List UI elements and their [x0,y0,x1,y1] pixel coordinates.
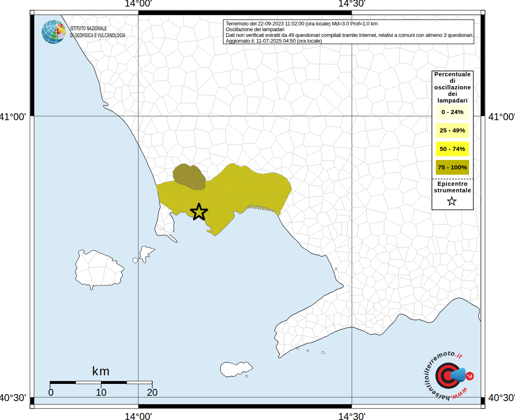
svg-text:40°30': 40°30' [488,393,515,403]
svg-text:ISTITUTO NAZIONALE: ISTITUTO NAZIONALE [70,25,107,32]
svg-text:Percentuale: Percentuale [435,71,471,78]
svg-text:41°00': 41°00' [0,112,26,122]
svg-text:lampadari: lampadari [437,97,468,104]
svg-text:25 - 49%: 25 - 49% [439,127,465,134]
svg-text:14°30': 14°30' [338,411,366,420]
svg-text:strumentale: strumentale [434,187,472,194]
svg-text:20: 20 [147,387,158,398]
svg-text:14°30': 14°30' [338,0,366,9]
svg-text:oscillazione: oscillazione [434,84,471,91]
svg-text:Terremoto del 22-09-2023 11:02: Terremoto del 22-09-2023 11:02:00 (ora l… [226,21,378,27]
svg-text:DI GEOFISICA E VULCANOLOGIA: DI GEOFISICA E VULCANOLOGIA [70,32,126,39]
svg-text:0 - 24%: 0 - 24% [442,108,464,115]
svg-text:14°00': 14°00' [125,0,152,9]
svg-text:Dati non verificati estratti d: Dati non verificati estratti da 49 quest… [226,32,474,38]
svg-text:0: 0 [48,387,53,398]
svg-text:75 - 100%: 75 - 100% [438,164,467,171]
svg-text:14°00': 14°00' [125,411,152,420]
svg-text:10: 10 [96,387,106,398]
svg-text:40°30': 40°30' [0,393,26,403]
svg-text:di: di [450,78,455,84]
svg-text:41°00': 41°00' [488,112,515,122]
svg-text:50 - 74%: 50 - 74% [439,145,465,152]
svg-text:Epicentro: Epicentro [437,180,468,187]
svg-text:Oscillazione dei lampadari: Oscillazione dei lampadari [226,26,284,32]
svg-text:km: km [92,364,111,378]
svg-text:Aggiornato il: 11-07-2025 04:5: Aggiornato il: 11-07-2025 04:50 (ora loc… [226,38,322,44]
svg-text:dei: dei [448,91,458,97]
